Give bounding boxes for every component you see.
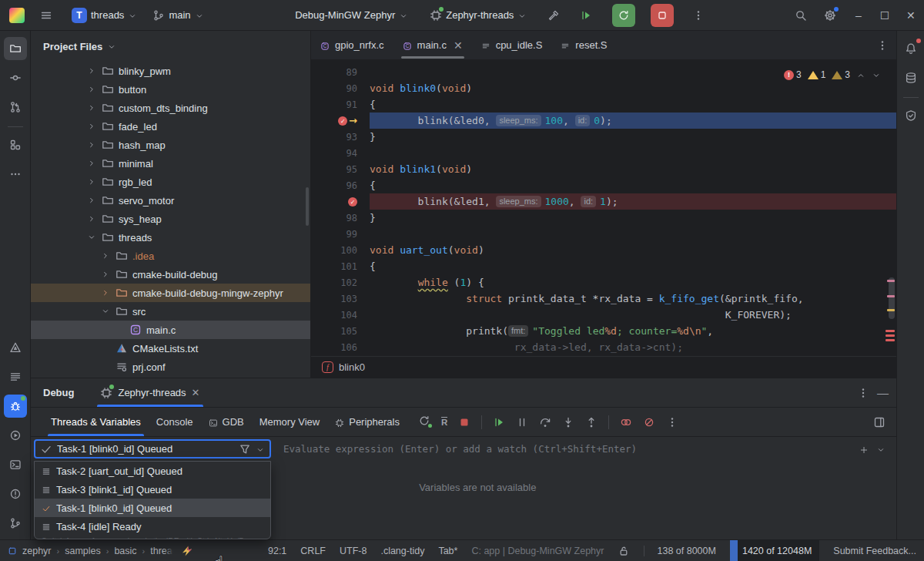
evaluate-expression-field[interactable]: Evaluate expression (Enter) or add a wat… [277, 439, 893, 459]
editor-tab-reset-s[interactable]: reset.S [551, 31, 616, 59]
window-maximize-button[interactable]: ☐ [872, 0, 898, 31]
chevron-right-icon[interactable] [85, 159, 99, 168]
settings-button[interactable] [819, 5, 841, 26]
debug-tab-threads-variables[interactable]: Threads & Variables [43, 408, 149, 436]
heap-indicator[interactable]: 138 of 8000M [644, 546, 715, 556]
editor-scrollbar[interactable] [886, 31, 896, 356]
main-menu-button[interactable] [35, 5, 57, 26]
chevron-down-icon[interactable] [99, 307, 112, 316]
debug-tab-gdb[interactable]: GDB [201, 408, 252, 436]
debug-tab-peripherals[interactable]: Peripherals [327, 408, 407, 436]
chevron-right-icon[interactable] [85, 177, 99, 186]
search-everywhere-button[interactable] [790, 5, 812, 26]
code-line-105[interactable]: 105 printk(fmt:"Toggled led%d; counter=%… [311, 323, 896, 339]
line-number[interactable]: 100 [311, 245, 370, 256]
chevron-down-icon[interactable] [85, 233, 99, 242]
debug-tab-memory-view[interactable]: Memory View [252, 408, 328, 436]
status-breadcrumb-basic[interactable]: basic [114, 546, 136, 556]
toolwindow-structure-button[interactable] [4, 133, 27, 156]
more-tool-windows-button[interactable] [4, 163, 27, 186]
tree-item-src[interactable]: src [31, 302, 310, 321]
stop-button[interactable] [651, 4, 674, 27]
chevron-right-icon[interactable] [85, 196, 99, 205]
code-line-100[interactable]: 100void uart_out(void) [311, 242, 896, 258]
filter-icon[interactable] [239, 442, 251, 455]
step-into-button[interactable] [562, 415, 574, 428]
window-close-button[interactable]: ✕ [898, 0, 924, 31]
line-number[interactable]: 105 [311, 326, 370, 337]
breakpoint-icon[interactable]: ✓ [338, 116, 347, 126]
run-configuration-selector[interactable]: Debug-MinGW Zephyr [290, 5, 413, 26]
more-actions-button[interactable] [688, 5, 709, 26]
code-line-103[interactable]: 103 struct printk_data_t *rx_data = k_fi… [311, 291, 896, 307]
view-breakpoints-button[interactable] [620, 415, 632, 428]
window-minimize-button[interactable]: – [845, 0, 872, 31]
frame-option-task-4[interactable]: Task-4 [idle] Ready [35, 517, 270, 536]
memory-indicator[interactable]: 1420 of 12048M [730, 540, 819, 561]
code-line-99[interactable]: 99 [311, 226, 896, 242]
resume-program-button[interactable] [575, 5, 597, 26]
toolwindow-commit-button[interactable] [4, 66, 27, 89]
line-number[interactable]: 91 [311, 99, 370, 110]
toolwindow-services-button[interactable] [4, 424, 27, 447]
line-number[interactable]: 103 [311, 294, 370, 304]
line-number[interactable]: 98 [311, 213, 370, 223]
code-line-104[interactable]: 104 K_FOREVER); [311, 307, 896, 323]
code-line-101[interactable]: 101{ [311, 258, 896, 274]
add-watch-icon[interactable] [859, 443, 869, 455]
line-number[interactable]: 104 [311, 310, 370, 321]
chevron-right-icon[interactable] [99, 251, 112, 260]
tree-item-cmakelists-txt[interactable]: CMakeLists.txt [31, 339, 310, 358]
toolwindow-debug-button[interactable] [4, 395, 27, 418]
code-line-95[interactable]: 95void blink1(void) [311, 161, 896, 177]
code-line-98[interactable]: 98} [311, 210, 896, 226]
tree-item-cmake-build-debug[interactable]: cmake-build-debug [31, 265, 310, 284]
step-out-button[interactable] [585, 415, 598, 428]
tree-item-threads[interactable]: threads [31, 228, 310, 247]
tree-item-rgb-led[interactable]: rgb_led [31, 173, 310, 191]
prev-problem-button[interactable] [856, 69, 865, 80]
line-number[interactable]: 101 [311, 261, 370, 272]
chevron-right-icon[interactable] [85, 85, 99, 94]
line-number[interactable]: 106 [311, 342, 370, 353]
code-line-102[interactable]: 102 while (1) { [311, 274, 896, 291]
tree-item-main-c[interactable]: Cmain.c [31, 321, 310, 339]
tree-item-servo-motor[interactable]: servo_motor [31, 191, 310, 210]
tree-item-hash-map[interactable]: hash_map [31, 136, 310, 154]
inspections-widget[interactable]: !3 1 3 [784, 69, 881, 80]
chevron-down-icon[interactable] [876, 443, 886, 455]
project-widget[interactable]: T threads [66, 5, 142, 26]
line-number[interactable]: 96 [311, 180, 370, 191]
code-editor[interactable]: 8990void blink0(void)91{✓→ blink(&led0, … [311, 60, 896, 356]
submit-feedback-link[interactable]: Submit Feedback... [833, 546, 916, 556]
breadcrumb-function[interactable]: blink0 [339, 361, 365, 373]
file-encoding[interactable]: UTF-8 [340, 546, 367, 556]
chevron-right-icon[interactable] [99, 288, 112, 297]
editor-tab-main-c[interactable]: Cmain.c✕ [393, 31, 472, 59]
reset-button[interactable]: R [441, 416, 447, 428]
tree-item-cmake-build-debug-mingw-zephyr[interactable]: cmake-build-debug-mingw-zephyr [31, 284, 310, 302]
toolwindow-dependency-checker-button[interactable] [899, 104, 922, 127]
debug-options-button[interactable] [857, 386, 869, 399]
editor-breadcrumbs[interactable]: f blink0 [311, 356, 896, 378]
close-icon[interactable]: ✕ [192, 387, 200, 398]
step-over-button[interactable] [539, 415, 551, 428]
tree-item-sys-heap[interactable]: sys_heap [31, 210, 310, 228]
tree-item-fade-led[interactable]: fade_led [31, 117, 310, 136]
status-breadcrumb-threads[interactable]: threads [150, 546, 173, 556]
breakpoint-gutter[interactable]: ✓→ [311, 115, 370, 126]
toolwindow-pull-requests-button[interactable] [4, 96, 27, 119]
rerun-debug-button[interactable] [418, 415, 430, 429]
status-breadcrumb-samples[interactable]: samples [65, 546, 101, 556]
vcs-branch-widget[interactable]: main [147, 5, 209, 26]
tree-item-button[interactable]: button [31, 80, 310, 99]
code-line-106[interactable]: 106 rx_data->led, rx_data->cnt); [311, 339, 896, 355]
line-number[interactable]: 94 [311, 148, 370, 159]
line-number[interactable]: 102 [311, 277, 370, 288]
code-line-97[interactable]: ✓ blink(&led1, sleep_ms:1000, id:1); [311, 193, 896, 210]
frame-selector-combo[interactable]: Task-1 [blink0_id] Queued [34, 439, 271, 459]
chevron-right-icon[interactable] [85, 122, 99, 131]
pause-button[interactable] [516, 415, 528, 428]
layout-settings-button[interactable] [873, 415, 886, 428]
code-line-90[interactable]: 90void blink0(void) [311, 80, 896, 96]
